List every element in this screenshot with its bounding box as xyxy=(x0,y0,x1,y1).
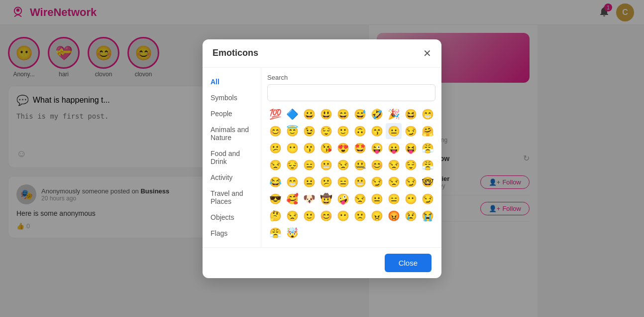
emoji-cell[interactable]: 😂 xyxy=(267,174,283,190)
emoji-cell[interactable]: 🙂 xyxy=(335,123,351,139)
emoji-cell[interactable]: 😙 xyxy=(369,123,385,139)
emoji-cell[interactable]: 🙁 xyxy=(352,208,368,224)
emoji-cell[interactable]: 🤗 xyxy=(420,123,435,139)
emoji-cell[interactable]: 🐶 xyxy=(301,191,317,207)
emoji-cell[interactable]: 😕 xyxy=(318,174,334,190)
modal-title: Emoticons xyxy=(213,48,258,58)
emoji-cell[interactable]: 😏 xyxy=(420,191,435,207)
emoji-cell[interactable]: 🤓 xyxy=(420,174,435,190)
emoji-cell[interactable]: 😊 xyxy=(318,208,334,224)
emoji-cell[interactable]: 💯 xyxy=(267,106,283,122)
emoji-cell[interactable]: 🤔 xyxy=(267,208,283,224)
emoji-cell[interactable]: 😍 xyxy=(335,140,351,156)
emoji-cell[interactable]: 🤪 xyxy=(335,191,351,207)
emoticons-modal: Emoticons ✕ All Symbols People Animals a… xyxy=(203,39,441,278)
emoji-cell[interactable]: 😢 xyxy=(403,208,419,224)
emoji-cell[interactable]: 😒 xyxy=(267,157,283,173)
emoji-cell[interactable]: 😡 xyxy=(386,208,402,224)
emoji-cell[interactable]: 😬 xyxy=(352,174,368,190)
emoji-cell[interactable]: 🎉 xyxy=(386,106,402,122)
emoji-cell[interactable]: 🤠 xyxy=(318,191,334,207)
emoji-cell[interactable]: 😐 xyxy=(386,123,402,139)
emoji-cell[interactable]: 😒 xyxy=(335,157,351,173)
emoji-cell[interactable]: 😒 xyxy=(386,174,402,190)
emoji-cell[interactable]: 😆 xyxy=(403,106,419,122)
emoji-scroll-area[interactable]: 💯🔷😀😃😄😅🤣🎉😆😁😊😇😉😌🙂🙃😙😐😏🤗😕😶😗😘😍🤩😜😛😝😤😒😔😑😬😒🤐😊😒😌😤… xyxy=(267,106,435,241)
emoji-cell[interactable]: 😄 xyxy=(335,106,351,122)
emoji-cell[interactable]: 🔷 xyxy=(284,106,300,122)
emoji-cell[interactable]: 😁 xyxy=(284,174,300,190)
modal-footer: Close xyxy=(203,247,441,278)
emoji-cell[interactable]: 😝 xyxy=(403,140,419,156)
category-all[interactable]: All xyxy=(203,74,261,90)
emoji-cell[interactable]: 🥰 xyxy=(284,191,300,207)
emoji-cell[interactable]: 😅 xyxy=(352,106,368,122)
emoji-cell[interactable]: 😒 xyxy=(352,191,368,207)
emoji-cell[interactable]: 🤯 xyxy=(284,225,300,241)
category-activity[interactable]: Activity xyxy=(203,169,261,185)
emoji-cell[interactable]: 😑 xyxy=(386,191,402,207)
emoji-panel: Search 💯🔷😀😃😄😅🤣🎉😆😁😊😇😉😌🙂🙃😙😐😏🤗😕😶😗😘😍🤩😜😛😝😤😒😔😑… xyxy=(261,68,441,247)
emoji-cell[interactable]: 😐 xyxy=(369,191,385,207)
emoji-cell[interactable]: 😏 xyxy=(403,174,419,190)
emoji-cell[interactable]: 😏 xyxy=(369,174,385,190)
category-food[interactable]: Food and Drink xyxy=(203,146,261,169)
emoji-cell[interactable]: 😶 xyxy=(335,208,351,224)
close-modal-button[interactable]: Close xyxy=(385,254,431,272)
emoji-cell[interactable]: 🤣 xyxy=(369,106,385,122)
modal-header: Emoticons ✕ xyxy=(203,39,441,68)
emoji-cell[interactable]: 😑 xyxy=(301,157,317,173)
emoji-cell[interactable]: 😬 xyxy=(318,157,334,173)
emoji-cell[interactable]: 🙃 xyxy=(352,123,368,139)
emoji-search-input[interactable] xyxy=(267,84,435,101)
emoji-cell[interactable]: 😉 xyxy=(301,123,317,139)
emoji-cell[interactable]: 😌 xyxy=(403,157,419,173)
emoji-cell[interactable]: 😶 xyxy=(403,191,419,207)
emoji-cell[interactable]: 😤 xyxy=(267,225,283,241)
modal-overlay[interactable]: Emoticons ✕ All Symbols People Animals a… xyxy=(0,0,644,317)
emoji-cell[interactable]: 🙂 xyxy=(301,208,317,224)
emoji-cell[interactable]: 😤 xyxy=(420,157,435,173)
emoji-cell[interactable]: 😃 xyxy=(318,106,334,122)
modal-close-button[interactable]: ✕ xyxy=(423,47,431,59)
emoji-cell[interactable]: 😤 xyxy=(420,140,435,156)
emoji-cell[interactable]: 😊 xyxy=(369,157,385,173)
emoji-cell[interactable]: 😀 xyxy=(301,106,317,122)
emoji-cell[interactable]: 😌 xyxy=(318,123,334,139)
emoji-cell[interactable]: 😁 xyxy=(420,106,435,122)
category-flags[interactable]: Flags xyxy=(203,225,261,241)
emoji-cell[interactable]: 😕 xyxy=(267,140,283,156)
emoji-cell[interactable]: 😑 xyxy=(335,174,351,190)
emoji-cell[interactable]: 😇 xyxy=(284,123,300,139)
emoji-grid: 💯🔷😀😃😄😅🤣🎉😆😁😊😇😉😌🙂🙃😙😐😏🤗😕😶😗😘😍🤩😜😛😝😤😒😔😑😬😒🤐😊😒😌😤… xyxy=(267,106,435,241)
emoji-cell[interactable]: 🤩 xyxy=(352,140,368,156)
emoji-cell[interactable]: 🤐 xyxy=(352,157,368,173)
category-travel[interactable]: Travel and Places xyxy=(203,185,261,209)
category-people[interactable]: People xyxy=(203,106,261,122)
search-label: Search xyxy=(267,74,435,81)
emoji-cell[interactable]: 😊 xyxy=(267,123,283,139)
emoji-cell[interactable]: 😗 xyxy=(301,140,317,156)
categories-panel: All Symbols People Animals and Nature Fo… xyxy=(203,68,261,247)
emoji-cell[interactable]: 😏 xyxy=(403,123,419,139)
emoji-cell[interactable]: 😭 xyxy=(420,208,435,224)
category-animals[interactable]: Animals and Nature xyxy=(203,122,261,146)
category-symbols[interactable]: Symbols xyxy=(203,90,261,106)
emoji-cell[interactable]: 😜 xyxy=(369,140,385,156)
emoji-cell[interactable]: 😛 xyxy=(386,140,402,156)
emoji-cell[interactable]: 😘 xyxy=(318,140,334,156)
emoji-cell[interactable]: 😒 xyxy=(284,208,300,224)
emoji-cell[interactable]: 😒 xyxy=(386,157,402,173)
modal-body: All Symbols People Animals and Nature Fo… xyxy=(203,68,441,247)
emoji-cell[interactable]: 😎 xyxy=(267,191,283,207)
category-objects[interactable]: Objects xyxy=(203,209,261,225)
emoji-cell[interactable]: 😐 xyxy=(301,174,317,190)
emoji-cell[interactable]: 😔 xyxy=(284,157,300,173)
emoji-cell[interactable]: 😠 xyxy=(369,208,385,224)
emoji-cell[interactable]: 😶 xyxy=(284,140,300,156)
